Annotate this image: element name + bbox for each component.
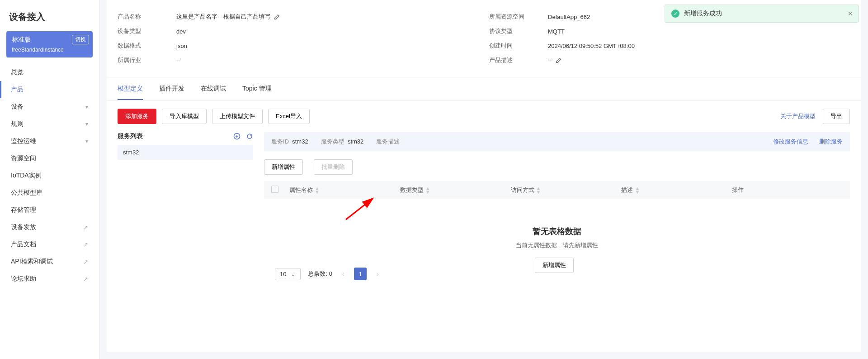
service-list-panel: 服务列表 stm32 bbox=[118, 132, 253, 287]
instance-name: freeStandardInstance bbox=[12, 47, 87, 53]
tab-plugin-dev[interactable]: 插件开发 bbox=[159, 77, 184, 100]
chevron-down-icon: ▾ bbox=[85, 138, 88, 144]
empty-title: 暂无表格数据 bbox=[264, 226, 850, 237]
excel-import-button[interactable]: Excel导入 bbox=[268, 109, 310, 124]
edit-icon[interactable] bbox=[556, 57, 562, 63]
page-size-value: 10 bbox=[280, 271, 286, 278]
total-label: 总条数: bbox=[308, 270, 327, 277]
pagination: 10 ⌄ 总条数: 0 ‹ 1 › bbox=[275, 268, 839, 280]
sidebar-item[interactable]: 设备▾ bbox=[0, 98, 99, 115]
product-name-value: 这里是产品名字---根据自己产品填写 bbox=[176, 13, 270, 21]
sidebar: 设备接入 标准版 切换 freeStandardInstance 总览产品设备▾… bbox=[0, 0, 99, 359]
col-data-type[interactable]: 数据类型 bbox=[400, 186, 424, 194]
sidebar-item[interactable]: 规则▾ bbox=[0, 115, 99, 133]
instance-title: 标准版 bbox=[12, 36, 31, 43]
sidebar-item-label: IoTDA实例 bbox=[11, 172, 42, 180]
chevron-down-icon: ▾ bbox=[85, 104, 88, 110]
sidebar-item-label: API检索和调试 bbox=[11, 258, 53, 266]
add-icon[interactable] bbox=[233, 133, 241, 140]
about-model-link[interactable]: 关于产品模型 bbox=[780, 112, 816, 120]
page-size-select[interactable]: 10 ⌄ bbox=[275, 268, 301, 280]
sort-icon[interactable]: ▲▼ bbox=[536, 187, 541, 194]
sidebar-item-label: 规则 bbox=[11, 120, 24, 128]
instance-switch-button[interactable]: 切换 bbox=[72, 35, 89, 44]
sidebar-item[interactable]: 设备发放↗ bbox=[0, 219, 99, 236]
toolbar: 添加服务 导入库模型 上传模型文件 Excel导入 关于产品模型 导出 bbox=[107, 101, 861, 132]
upload-model-button[interactable]: 上传模型文件 bbox=[212, 109, 263, 124]
col-attr-name[interactable]: 属性名称 bbox=[289, 186, 313, 194]
import-lib-button[interactable]: 导入库模型 bbox=[162, 109, 207, 124]
create-time-label: 创建时间 bbox=[489, 42, 530, 50]
sidebar-item-label: 设备发放 bbox=[11, 223, 36, 231]
protocol-value: MQTT bbox=[548, 27, 843, 35]
service-type-value: stm32 bbox=[348, 138, 363, 145]
close-icon[interactable]: ✕ bbox=[848, 10, 853, 17]
sidebar-item[interactable]: IoTDA实例 bbox=[0, 167, 99, 184]
sort-icon[interactable]: ▲▼ bbox=[315, 187, 320, 194]
service-info-bar: 服务ID stm32 服务类型 stm32 服务描述 修改服务信息 删除服务 bbox=[264, 132, 850, 151]
resource-space-label: 所属资源空间 bbox=[489, 13, 530, 21]
sidebar-item-label: 公共模型库 bbox=[11, 189, 42, 197]
sidebar-item[interactable]: 存储管理 bbox=[0, 201, 99, 219]
service-type-label: 服务类型 bbox=[321, 138, 344, 145]
external-link-icon: ↗ bbox=[83, 241, 88, 248]
sort-icon[interactable]: ▲▼ bbox=[425, 187, 430, 194]
sort-icon[interactable]: ▲▼ bbox=[635, 187, 640, 194]
edit-service-link[interactable]: 修改服务信息 bbox=[773, 138, 808, 146]
delete-service-link[interactable]: 删除服务 bbox=[819, 138, 843, 146]
sidebar-item[interactable]: 论坛求助↗ bbox=[0, 270, 99, 287]
col-desc[interactable]: 描述 bbox=[621, 186, 633, 194]
sidebar-item-label: 产品 bbox=[11, 86, 24, 94]
chevron-down-icon: ⌄ bbox=[291, 271, 296, 278]
sidebar-item-label: 设备 bbox=[11, 103, 24, 111]
check-icon: ✓ bbox=[671, 10, 679, 18]
sidebar-item[interactable]: API检索和调试↗ bbox=[0, 253, 99, 270]
sidebar-item[interactable]: 产品 bbox=[0, 81, 99, 98]
data-format-label: 数据格式 bbox=[118, 42, 158, 50]
sidebar-item-label: 资源空间 bbox=[11, 154, 36, 163]
data-format-value: json bbox=[176, 42, 471, 50]
sidebar-item-label: 监控运维 bbox=[11, 137, 36, 145]
tabs: 模型定义 插件开发 在线调试 Topic 管理 bbox=[107, 77, 861, 101]
industry-label: 所属行业 bbox=[118, 56, 158, 64]
service-desc-label: 服务描述 bbox=[376, 138, 400, 145]
industry-value: -- bbox=[176, 56, 471, 64]
toast-text: 新增服务成功 bbox=[684, 10, 722, 18]
instance-card[interactable]: 标准版 切换 freeStandardInstance bbox=[6, 31, 93, 57]
service-item[interactable]: stm32 bbox=[118, 145, 253, 160]
service-id-value: stm32 bbox=[292, 138, 308, 145]
external-link-icon: ↗ bbox=[83, 224, 88, 231]
sidebar-item[interactable]: 公共模型库 bbox=[0, 184, 99, 201]
sidebar-item-label: 总览 bbox=[11, 68, 24, 77]
protocol-label: 协议类型 bbox=[489, 27, 530, 35]
next-page-button[interactable]: › bbox=[374, 271, 381, 278]
select-all-checkbox[interactable] bbox=[271, 186, 278, 193]
edit-icon[interactable] bbox=[274, 14, 280, 20]
refresh-icon[interactable] bbox=[246, 133, 253, 140]
service-list-title: 服务列表 bbox=[118, 132, 143, 140]
total-value: 0 bbox=[329, 270, 332, 277]
batch-delete-button[interactable]: 批量删除 bbox=[314, 159, 353, 175]
prev-page-button[interactable]: ‹ bbox=[340, 271, 347, 278]
page-number[interactable]: 1 bbox=[354, 268, 367, 280]
device-type-value: dev bbox=[176, 27, 471, 35]
export-button[interactable]: 导出 bbox=[823, 109, 850, 124]
chevron-down-icon: ▾ bbox=[85, 121, 88, 127]
sidebar-item[interactable]: 产品文档↗ bbox=[0, 236, 99, 253]
sidebar-title: 设备接入 bbox=[0, 0, 99, 31]
sidebar-item[interactable]: 资源空间 bbox=[0, 150, 99, 167]
tab-online-debug[interactable]: 在线调试 bbox=[201, 77, 226, 100]
main: ✓ 新增服务成功 ✕ 产品名称 这里是产品名字---根据自己产品填写 所属资源空… bbox=[99, 0, 868, 359]
tab-model-definition[interactable]: 模型定义 bbox=[118, 77, 143, 100]
device-type-label: 设备类型 bbox=[118, 27, 158, 35]
tab-topic-manage[interactable]: Topic 管理 bbox=[242, 77, 272, 100]
add-attribute-button[interactable]: 新增属性 bbox=[264, 159, 303, 175]
sidebar-item[interactable]: 监控运维▾ bbox=[0, 133, 99, 150]
sidebar-item[interactable]: 总览 bbox=[0, 64, 99, 81]
sidebar-item-label: 产品文档 bbox=[11, 240, 36, 249]
col-access[interactable]: 访问方式 bbox=[511, 186, 534, 194]
add-service-button[interactable]: 添加服务 bbox=[118, 109, 156, 124]
desc-label: 产品描述 bbox=[489, 56, 530, 64]
external-link-icon: ↗ bbox=[83, 258, 88, 265]
sidebar-item-label: 存储管理 bbox=[11, 206, 36, 214]
